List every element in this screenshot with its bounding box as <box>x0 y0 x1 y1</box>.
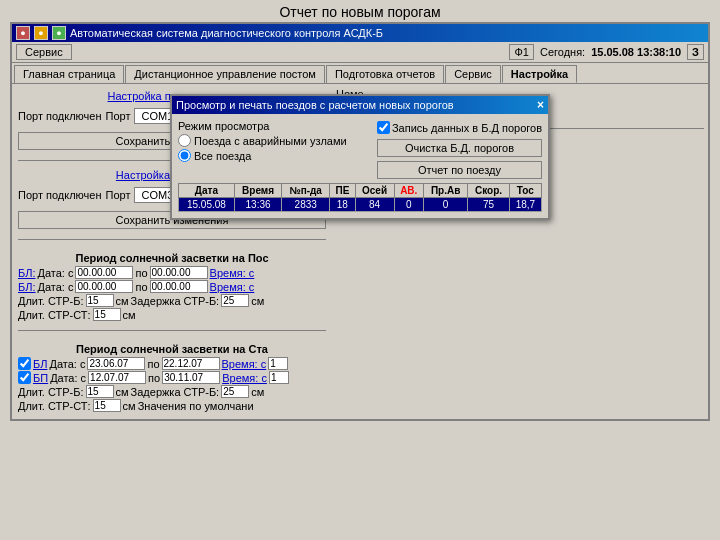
db-checkbox-row: Запись данных в Б.Д порогов <box>377 121 542 134</box>
port-connected-2: Порт подключен <box>18 189 102 201</box>
zad-label-1: Задержка СТР-Б: <box>131 295 220 307</box>
sm-label-6: см <box>123 400 136 412</box>
modal-title-text: Просмотр и печать поездов с расчетом нов… <box>176 99 454 111</box>
app-title: Автоматическая система диагностического … <box>70 27 383 39</box>
th-axles: Осей <box>355 184 394 198</box>
sm-label-3: см <box>123 309 136 321</box>
report-btn[interactable]: Отчет по поезду <box>377 161 542 179</box>
modal-title-bar: Просмотр и печать поездов с расчетом нов… <box>172 96 548 114</box>
win-btn-maximize[interactable]: ● <box>52 26 66 40</box>
defaults-label: Значения по умолчани <box>138 400 254 412</box>
main-window: ● ● ● Автоматическая система диагностиче… <box>10 22 710 421</box>
zad-input-1[interactable] <box>221 294 249 307</box>
dlit-str-st-label-2: Длит. СТР-СТ: <box>18 400 91 412</box>
sun-post-title: Период солнечной засветки на Пос <box>18 252 326 264</box>
clear-db-btn[interactable]: Очистка Б.Д. порогов <box>377 139 542 157</box>
date-from-label-3: Дата: с <box>49 358 85 370</box>
modal-body: Режим просмотра Поезда с аварийными узла… <box>172 114 548 218</box>
bl-label-3: БЛ <box>33 358 47 370</box>
th-speed: Скор. <box>468 184 509 198</box>
th-date: Дата <box>179 184 235 198</box>
toolbar: Сервис Ф1 Сегодня: 15.05.08 13:38:10 З <box>12 42 708 63</box>
radio-label-2: Все поезда <box>194 150 251 162</box>
win-btn-close[interactable]: ● <box>16 26 30 40</box>
radio-vse[interactable] <box>178 149 191 162</box>
bp-check-row: БП Дата: с по Время: с <box>18 371 326 384</box>
po-label-4: по <box>148 372 160 384</box>
date-from-input-4[interactable] <box>88 371 146 384</box>
port-tag-1: Порт <box>106 110 131 122</box>
db-checkbox-label: Запись данных в Б.Д порогов <box>392 122 542 134</box>
z-badge: З <box>687 44 704 60</box>
po-label-3: по <box>147 358 159 370</box>
radio-group: Поезда с аварийными узлами Все поезда <box>178 134 347 162</box>
td-time: 13:36 <box>234 198 281 212</box>
bl-check-row: БЛ Дата: с по Время: с <box>18 357 326 370</box>
date-to-input-3[interactable] <box>162 357 220 370</box>
time-label-4: Время: с <box>222 372 267 384</box>
sm-label-4: см <box>116 386 129 398</box>
tab-settings[interactable]: Настройка <box>502 65 577 83</box>
dlit-str-b-label-1: Длит. СТР-Б: <box>18 295 84 307</box>
time-label-2: Время: с <box>210 281 255 293</box>
td-pe: 18 <box>330 198 355 212</box>
modal-dialog: Просмотр и печать поездов с расчетом нов… <box>170 94 550 220</box>
radio-row-2: Все поезда <box>178 149 347 162</box>
time-label-3: Время: с <box>222 358 267 370</box>
td-av: 0 <box>394 198 423 212</box>
po-label-2: по <box>135 281 147 293</box>
date-from-input-1[interactable] <box>75 266 133 279</box>
date-to-input-1[interactable] <box>150 266 208 279</box>
tab-remote[interactable]: Дистанционное управление постом <box>125 65 325 83</box>
service-button[interactable]: Сервис <box>16 44 72 60</box>
date-from-input-2[interactable] <box>75 280 133 293</box>
modal-top-row: Режим просмотра Поезда с аварийными узла… <box>178 120 542 179</box>
date-to-input-4[interactable] <box>162 371 220 384</box>
dlit-str-b-label-2: Длит. СТР-Б: <box>18 386 84 398</box>
today-label: Сегодня: <box>540 46 585 58</box>
date-display: 15.05.08 13:38:10 <box>591 46 681 58</box>
tab-service[interactable]: Сервис <box>445 65 501 83</box>
time-label-1: Время: с <box>210 267 255 279</box>
tab-reports[interactable]: Подготовка отчетов <box>326 65 444 83</box>
win-btn-minimize[interactable]: ● <box>34 26 48 40</box>
td-date: 15.05.08 <box>179 198 235 212</box>
td-tos: 18,7 <box>509 198 541 212</box>
divider-2 <box>18 239 326 240</box>
date-from-label-4: Дата: с <box>50 372 86 384</box>
radio-avarijnye[interactable] <box>178 134 191 147</box>
time-input-4[interactable] <box>269 371 289 384</box>
bl-label-1: БЛ: <box>18 267 36 279</box>
dlit-input-2[interactable] <box>86 385 114 398</box>
sun-stan-title: Период солнечной засветки на Ста <box>18 343 326 355</box>
port-connected-1: Порт подключен <box>18 110 102 122</box>
sun-post-section: Период солнечной засветки на Пос БЛ: Дат… <box>18 252 326 322</box>
radio-label-1: Поезда с аварийными узлами <box>194 135 347 147</box>
th-pe: ПЕ <box>330 184 355 198</box>
th-pr-av: Пр.Ав <box>423 184 467 198</box>
po-label-1: по <box>135 267 147 279</box>
date-from-label-1: Дата: с <box>38 267 74 279</box>
date-from-input-3[interactable] <box>87 357 145 370</box>
sun-post-row1: БЛ: Дата: с по Время: с <box>18 266 326 279</box>
dlit-st-input[interactable] <box>93 308 121 321</box>
sm-label-1: см <box>116 295 129 307</box>
divider-3 <box>18 330 326 331</box>
date-to-input-2[interactable] <box>150 280 208 293</box>
zad-input-2[interactable] <box>221 385 249 398</box>
dlit-input-1[interactable] <box>86 294 114 307</box>
bl-checkbox[interactable] <box>18 357 31 370</box>
dlit-st-input-2[interactable] <box>93 399 121 412</box>
th-tos: Тос <box>509 184 541 198</box>
td-pr-av: 0 <box>423 198 467 212</box>
table-row[interactable]: 15.05.08 13:36 2833 18 84 0 0 75 18,7 <box>179 198 542 212</box>
modal-close-btn[interactable]: × <box>537 98 544 112</box>
dlit-str-st-label: Длит. СТР-СТ: <box>18 309 91 321</box>
zad-label-2: Задержка СТР-Б: <box>131 386 220 398</box>
content-area: Настройка порта модема Порт подключен По… <box>12 83 708 419</box>
db-checkbox[interactable] <box>377 121 390 134</box>
time-input-3[interactable] <box>268 357 288 370</box>
sun-post-row2: БЛ: Дата: с по Время: с <box>18 280 326 293</box>
bp-checkbox[interactable] <box>18 371 31 384</box>
tab-home[interactable]: Главная страница <box>14 65 124 83</box>
